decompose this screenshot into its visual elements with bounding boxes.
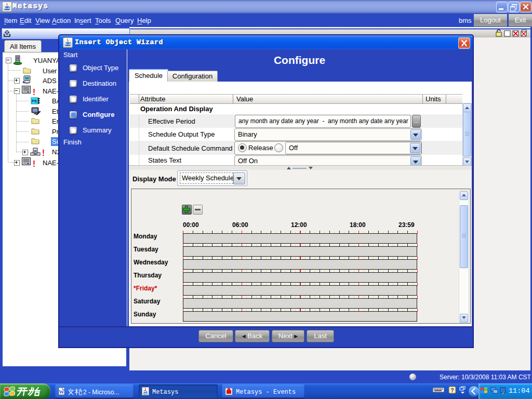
svg-text:?: ?	[451, 388, 454, 393]
svg-text:PE: PE	[32, 99, 37, 103]
svg-text:W: W	[59, 389, 64, 395]
